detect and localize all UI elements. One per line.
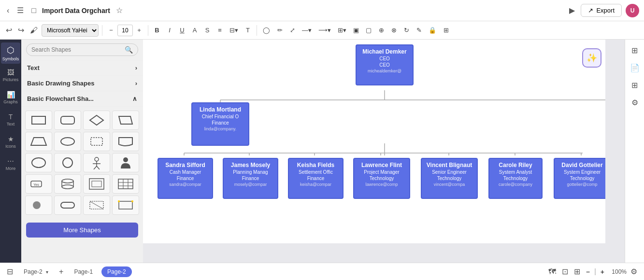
right-sidebar-settings-btn[interactable]: ⚙: [627, 95, 643, 110]
split-view-button[interactable]: ⊞: [572, 265, 582, 278]
redo-button[interactable]: ↪: [16, 24, 26, 37]
extra-btn2[interactable]: ⊗: [388, 25, 399, 35]
shape-partial3[interactable]: [83, 196, 110, 215]
shape-table[interactable]: [112, 174, 139, 194]
sidebar-item-graphs[interactable]: 📊 Graphs: [1, 87, 20, 108]
node-cfo[interactable]: Linda Mortland Chief Financial O Finance…: [191, 102, 249, 146]
text-format-button[interactable]: T: [243, 25, 253, 35]
right-sidebar-grid-btn[interactable]: ⊞: [627, 77, 643, 93]
font-color-button[interactable]: A: [189, 25, 200, 35]
font-size-decrease[interactable]: −: [106, 25, 116, 35]
canvas-inner[interactable]: Michael Demker CEO CEO michealdemker@ Li…: [143, 40, 605, 243]
italic-button[interactable]: I: [164, 25, 175, 35]
ai-button[interactable]: ✨: [582, 48, 601, 68]
connection-button[interactable]: ⤢: [287, 25, 298, 35]
page-tab-1[interactable]: Page-1: [68, 266, 99, 277]
shape-partial1[interactable]: [25, 196, 52, 215]
search-icon: 🔍: [125, 46, 133, 54]
ai-button-container: ✨: [582, 48, 601, 68]
outline-button[interactable]: ▢: [363, 25, 374, 35]
node-ceo[interactable]: Michael Demker CEO CEO michealdemker@: [356, 44, 414, 85]
sidebar-item-icons[interactable]: ★ Icons: [1, 131, 20, 153]
svg-line-31: [90, 201, 103, 209]
right-sidebar-page-btn[interactable]: 📄: [627, 60, 643, 75]
bold-button[interactable]: B: [152, 25, 162, 35]
more-shapes-button[interactable]: More Shapes: [26, 223, 138, 238]
shape-person[interactable]: [83, 153, 110, 172]
add-page-button[interactable]: +: [57, 266, 65, 278]
play-button[interactable]: ▶: [567, 4, 577, 17]
fill-color-button[interactable]: ◯: [260, 25, 272, 35]
embed-button[interactable]: ⊞: [441, 25, 451, 35]
sidebar-item-symbols[interactable]: ⬡ Symbols: [1, 42, 20, 64]
node-david[interactable]: David Gottelier System Engineer Technolo…: [554, 158, 605, 199]
page-tab-2-active[interactable]: Page-2: [101, 266, 132, 277]
line-end-button[interactable]: ⟶▾: [316, 25, 333, 35]
graphs-icon: 📊: [7, 91, 15, 98]
node-carole[interactable]: Carole Riley System Analyst Technology c…: [488, 158, 543, 199]
font-size-increase[interactable]: +: [134, 25, 144, 35]
shape-partial2[interactable]: [54, 196, 81, 215]
basic-flowchart-section-header[interactable]: Basic Flowchart Sha... ∧: [21, 91, 143, 107]
shape-document[interactable]: [112, 132, 139, 151]
search-input[interactable]: [31, 46, 122, 53]
font-size-input[interactable]: [117, 25, 133, 36]
shape-silhouette[interactable]: [112, 153, 139, 172]
node-james[interactable]: James Mosely Planning Manag Finance mose…: [223, 158, 278, 199]
sidebar-item-more[interactable]: ⋯ More: [1, 154, 20, 175]
avatar[interactable]: U: [626, 4, 639, 17]
toolbar: ↩ ↪ 🖌 Microsoft YaHei − + B I U A S ≡ ⊟▾…: [0, 21, 644, 40]
shape-diamond[interactable]: [83, 111, 110, 130]
export-button[interactable]: ↗ Export: [581, 4, 622, 17]
shape-square-dots[interactable]: [83, 132, 110, 151]
line-color-button[interactable]: ✏: [274, 25, 285, 35]
back-button[interactable]: ‹: [5, 4, 11, 17]
zoom-options-button[interactable]: ⚙: [629, 265, 639, 278]
extra-btn3[interactable]: ↻: [401, 25, 412, 35]
node-lawrence[interactable]: Lawrence Flint Project Manager Technolog…: [353, 158, 410, 199]
map-view-button[interactable]: 🗺: [546, 266, 558, 278]
sidebar-toggle-button[interactable]: ⊟: [5, 265, 15, 278]
align-options-button[interactable]: ⊟▾: [227, 25, 241, 35]
shape-rounded-rect[interactable]: [54, 111, 81, 130]
text-section-header[interactable]: Text ›: [21, 60, 143, 76]
zoom-in-button[interactable]: +: [599, 267, 606, 277]
node-keisha[interactable]: Keisha Fields Settlement Offic Finance k…: [288, 158, 343, 199]
shape-oval[interactable]: [25, 153, 52, 172]
paint-format-button[interactable]: 🖌: [28, 24, 40, 37]
menu-button[interactable]: ☰: [15, 4, 26, 17]
waypoint-button[interactable]: ⊞▾: [335, 25, 349, 35]
align-center-button[interactable]: ≡: [215, 25, 225, 35]
sidebar-item-pictures[interactable]: 🖼 Pictures: [1, 65, 20, 86]
zoom-out-button[interactable]: −: [584, 267, 592, 277]
shape-cylinder[interactable]: [54, 174, 81, 194]
shape-partial4[interactable]: [112, 196, 139, 215]
shape-circle[interactable]: [54, 153, 81, 172]
strikethrough-button[interactable]: S: [202, 25, 213, 35]
lock-button[interactable]: 🔒: [426, 25, 439, 35]
node-vincent[interactable]: Vincent Blignaut Senior Engineer Technol…: [421, 158, 478, 199]
shape-ellipse-wide[interactable]: [54, 132, 81, 151]
zoom-fit-button[interactable]: ⊡: [560, 265, 570, 278]
right-sidebar-transform-btn[interactable]: ⊞: [627, 42, 643, 58]
font-selector[interactable]: Microsoft YaHei: [42, 24, 99, 37]
svg-point-34: [131, 200, 133, 202]
edit-button[interactable]: ✎: [414, 25, 424, 35]
page-tab-2-inactive[interactable]: Page-2 ▾: [18, 266, 54, 277]
line-style-button[interactable]: —▾: [300, 25, 314, 35]
shadow-button[interactable]: ▣: [351, 25, 361, 35]
shape-yes-no[interactable]: Yes: [25, 174, 52, 194]
node-sandra[interactable]: Sandra Sifford Cash Manager Finance sand…: [157, 158, 213, 199]
underline-button[interactable]: U: [177, 25, 187, 35]
sidebar-item-text[interactable]: T Text: [1, 109, 20, 130]
extra-btn1[interactable]: ⊕: [376, 25, 386, 35]
shape-rectangle[interactable]: [25, 111, 52, 130]
undo-button[interactable]: ↩: [4, 24, 14, 37]
star-icon[interactable]: ☆: [114, 4, 125, 17]
basic-drawing-section-header[interactable]: Basic Drawing Shapes ›: [21, 76, 143, 91]
shape-parallelogram[interactable]: [112, 111, 139, 130]
shape-trapezoid[interactable]: [25, 132, 52, 151]
david-email: gottelier@comp: [558, 182, 605, 187]
shape-frame[interactable]: [83, 174, 110, 194]
document-icon[interactable]: □: [29, 4, 38, 17]
